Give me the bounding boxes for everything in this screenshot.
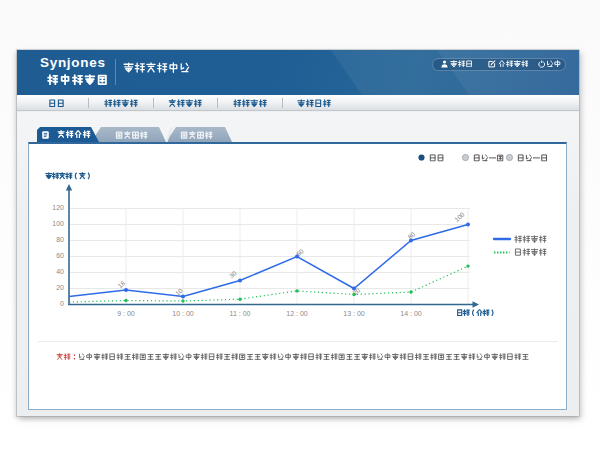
- svg-text:20: 20: [351, 286, 361, 296]
- svg-text:10: 10: [174, 286, 184, 296]
- svg-text:80: 80: [406, 230, 416, 240]
- svg-text:30: 30: [228, 269, 238, 279]
- svg-text:60: 60: [295, 247, 305, 257]
- svg-text:18: 18: [116, 279, 126, 289]
- svg-text:100: 100: [453, 210, 466, 223]
